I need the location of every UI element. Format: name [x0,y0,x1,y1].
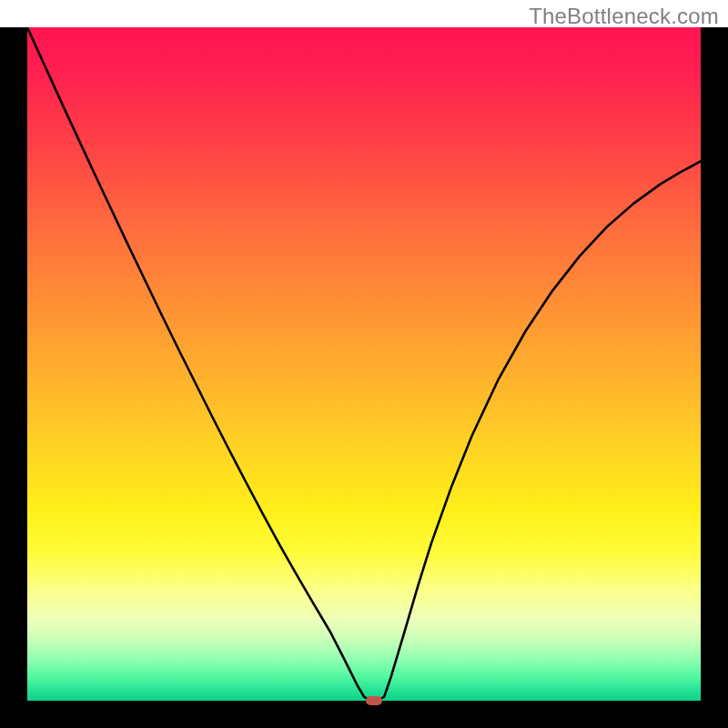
optimum-marker [366,696,382,705]
plot-gradient-area [27,27,701,701]
watermark-text: TheBottleneck.com [529,4,719,29]
plot-outer-border [0,27,728,728]
chart-frame: TheBottleneck.com [0,0,728,728]
bottleneck-curve [27,27,701,701]
